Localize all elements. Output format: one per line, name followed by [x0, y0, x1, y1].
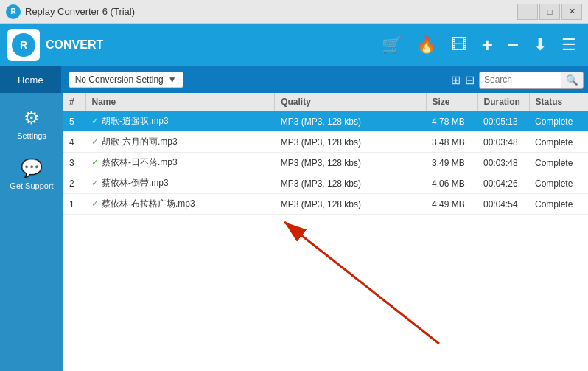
table-row[interactable]: 1 ✓蔡依林-布拉格广场.mp3 MP3 (MP3, 128 kbs) 4.49… — [63, 194, 588, 215]
app-logo-icon: R — [6, 4, 21, 19]
cell-quality: MP3 (MP3, 128 kbs) — [275, 194, 426, 215]
cell-num: 5 — [63, 111, 85, 132]
close-button[interactable]: ✕ — [561, 4, 582, 20]
file-list-area: # Name Quality Size Duration Status 5 ✓胡… — [63, 93, 588, 371]
col-duration[interactable]: Duration — [477, 93, 529, 111]
status-badge: Complete — [535, 199, 573, 209]
sidebar: ⚙ Settings 💬 Get Support — [0, 93, 63, 371]
table-row[interactable]: 4 ✓胡歌-六月的雨.mp3 MP3 (MP3, 128 kbs) 3.48 M… — [63, 132, 588, 153]
cell-quality: MP3 (MP3, 128 kbs) — [275, 132, 426, 153]
download-icon[interactable]: ⬇ — [533, 35, 547, 55]
check-icon: ✓ — [91, 136, 99, 147]
nav-controls: No Conversion Setting ▼ — [61, 66, 451, 93]
search-input[interactable] — [480, 72, 561, 87]
cell-name: ✓蔡依林-日不落.mp3 — [85, 153, 275, 173]
table-row[interactable]: 3 ✓蔡依林-日不落.mp3 MP3 (MP3, 128 kbs) 3.49 M… — [63, 153, 588, 173]
cell-status: Complete — [529, 173, 588, 194]
window-title: Replay Converter 6 (Trial) — [25, 6, 135, 17]
file-table-body: 5 ✓胡歌-逍遥叹.mp3 MP3 (MP3, 128 kbs) 4.78 MB… — [63, 111, 588, 215]
cell-status: Complete — [529, 194, 588, 215]
add-icon[interactable]: + — [482, 34, 493, 57]
cell-num: 2 — [63, 173, 85, 194]
search-box: 🔍 — [479, 72, 584, 89]
table-row[interactable]: 2 ✓蔡依林-倒带.mp3 MP3 (MP3, 128 kbs) 4.06 MB… — [63, 173, 588, 194]
app-logo: R CONVERT — [7, 29, 103, 61]
svg-line-3 — [284, 222, 439, 344]
cell-status: Complete — [529, 153, 588, 173]
cell-name: ✓蔡依林-倒带.mp3 — [85, 173, 275, 194]
col-status[interactable]: Status — [529, 93, 588, 111]
window-controls: — □ ✕ — [517, 4, 582, 20]
cell-num: 1 — [63, 194, 85, 215]
cell-num: 4 — [63, 132, 85, 153]
cell-name: ✓胡歌-六月的雨.mp3 — [85, 132, 275, 153]
search-button[interactable]: 🔍 — [561, 72, 583, 88]
dropdown-arrow-icon: ▼ — [168, 74, 177, 85]
flame-icon[interactable]: 🔥 — [416, 35, 436, 55]
settings-icon: ⚙ — [24, 108, 40, 128]
logo-text: CONVERT — [46, 38, 103, 52]
cell-size: 3.48 MB — [426, 132, 477, 153]
cell-status: Complete — [529, 132, 588, 153]
header-toolbar: R CONVERT 🛒 🔥 🎞 + − ⬇ ☰ — [0, 24, 588, 66]
cart-icon[interactable]: 🛒 — [382, 35, 402, 55]
cell-duration: 00:03:48 — [477, 153, 529, 173]
check-icon: ✓ — [91, 157, 99, 167]
table-header-row: # Name Quality Size Duration Status — [63, 93, 588, 111]
grid-view-icon[interactable]: ⊞ — [451, 73, 461, 87]
col-size[interactable]: Size — [426, 93, 477, 111]
nav-bar: Home No Conversion Setting ▼ ⊞ ⊟ 🔍 — [0, 66, 588, 93]
cell-duration: 00:04:54 — [477, 194, 529, 215]
settings-label: Settings — [17, 131, 46, 140]
logo-icon: R — [7, 29, 40, 61]
film-icon[interactable]: 🎞 — [451, 35, 467, 55]
status-badge: Complete — [535, 117, 573, 127]
menu-icon[interactable]: ☰ — [561, 35, 576, 55]
status-badge: Complete — [535, 158, 573, 168]
sidebar-item-support[interactable]: 💬 Get Support — [0, 150, 63, 198]
table-row[interactable]: 5 ✓胡歌-逍遥叹.mp3 MP3 (MP3, 128 kbs) 4.78 MB… — [63, 111, 588, 132]
main-area: ⚙ Settings 💬 Get Support # Name Quality … — [0, 93, 588, 371]
check-icon: ✓ — [91, 198, 99, 209]
remove-icon[interactable]: − — [508, 34, 519, 57]
cell-name: ✓蔡依林-布拉格广场.mp3 — [85, 194, 275, 215]
list-view-icon[interactable]: ⊟ — [465, 73, 475, 87]
col-number[interactable]: # — [63, 93, 85, 111]
status-badge: Complete — [535, 137, 573, 148]
title-bar-left: R Replay Converter 6 (Trial) — [6, 4, 135, 19]
cell-size: 4.06 MB — [426, 173, 477, 194]
cell-quality: MP3 (MP3, 128 kbs) — [275, 153, 426, 173]
maximize-button[interactable]: □ — [539, 4, 560, 20]
cell-name: ✓胡歌-逍遥叹.mp3 — [85, 111, 275, 132]
conversion-setting-label: No Conversion Setting — [75, 74, 164, 85]
col-name[interactable]: Name — [85, 93, 275, 111]
support-icon: 💬 — [21, 158, 43, 178]
sidebar-item-settings[interactable]: ⚙ Settings — [0, 100, 63, 148]
cell-size: 4.78 MB — [426, 111, 477, 132]
cell-duration: 00:03:48 — [477, 132, 529, 153]
cell-size: 4.49 MB — [426, 194, 477, 215]
cell-status: Complete — [529, 111, 588, 132]
cell-quality: MP3 (MP3, 128 kbs) — [275, 173, 426, 194]
check-icon: ✓ — [91, 116, 99, 126]
cell-duration: 00:04:26 — [477, 173, 529, 194]
conversion-setting-dropdown[interactable]: No Conversion Setting ▼ — [69, 72, 183, 88]
status-badge: Complete — [535, 178, 573, 189]
minimize-button[interactable]: — — [517, 4, 538, 20]
support-label: Get Support — [10, 181, 53, 190]
header-icons: 🛒 🔥 🎞 + − ⬇ ☰ — [382, 34, 576, 57]
cell-quality: MP3 (MP3, 128 kbs) — [275, 111, 426, 132]
nav-right: ⊞ ⊟ 🔍 — [451, 66, 588, 93]
file-table: # Name Quality Size Duration Status 5 ✓胡… — [63, 93, 588, 215]
col-quality[interactable]: Quality — [275, 93, 426, 111]
home-nav-item[interactable]: Home — [0, 66, 61, 93]
svg-text:R: R — [20, 39, 27, 51]
check-icon: ✓ — [91, 178, 99, 188]
cell-num: 3 — [63, 153, 85, 173]
cell-size: 3.49 MB — [426, 153, 477, 173]
cell-duration: 00:05:13 — [477, 111, 529, 132]
title-bar: R Replay Converter 6 (Trial) — □ ✕ — [0, 0, 588, 24]
